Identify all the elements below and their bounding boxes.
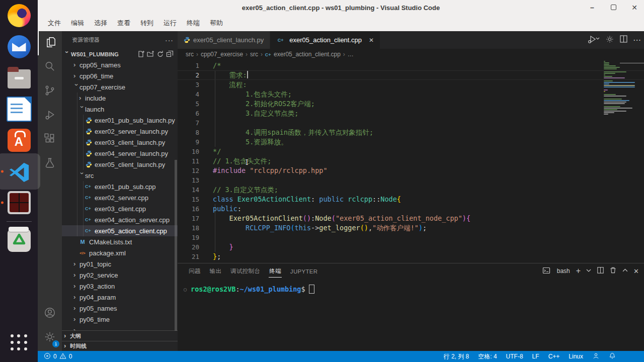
code-editor[interactable]: 1/*2 需求:3 流程:4 1.包含头文件;5 2.初始化ROS2客户端;6 … — [178, 60, 644, 263]
tree-item-exer05_client_launch.py[interactable]: exer05_client_launch.py — [62, 159, 178, 170]
dock-item-firefox[interactable] — [0, 0, 38, 31]
gear-icon[interactable] — [605, 35, 614, 46]
collapse-folders-icon[interactable] — [166, 50, 174, 59]
status-item-LF[interactable]: LF — [532, 353, 539, 360]
tree-item-package.xml[interactable]: </>package.xml — [62, 247, 178, 258]
tree-item-src[interactable]: ›src — [62, 170, 178, 181]
new-file-icon[interactable] — [137, 50, 145, 59]
tree-item-cpp05_names[interactable]: ›cpp05_names — [62, 59, 178, 70]
code-line-19[interactable]: 19 — [178, 233, 644, 242]
more-actions-icon[interactable]: ⋯ — [633, 35, 641, 45]
tree-item-py06_time[interactable]: ›py06_time — [62, 314, 178, 325]
tree-item-py03_action[interactable]: ›py03_action — [62, 281, 178, 292]
timeline-section[interactable]: › 时间线 — [62, 341, 178, 351]
code-line-6[interactable]: 6 3.自定义节点类; — [178, 109, 644, 118]
refresh-icon[interactable] — [156, 50, 164, 59]
tree-item-launch[interactable]: ›launch — [62, 104, 178, 115]
code-line-18[interactable]: 18 RCLCPP_INFO(this->get_logger(),"动作客户端… — [178, 223, 644, 233]
menu-item-编辑[interactable]: 编辑 — [66, 19, 89, 28]
panel-tab-输出[interactable]: 输出 — [209, 264, 222, 278]
code-line-2[interactable]: 2 需求: — [178, 70, 644, 80]
breadcrumb-item[interactable]: src — [250, 51, 258, 58]
breadcrumb-item[interactable]: cpp07_exercise — [201, 51, 243, 58]
tree-item[interactable]: › — [62, 325, 178, 330]
split-editor-icon[interactable] — [619, 35, 628, 45]
tree-item-include[interactable]: ›include — [62, 93, 178, 104]
tree-item-cpp06_time[interactable]: ›cpp06_time — [62, 70, 178, 81]
dock-item-thunderbird[interactable] — [0, 31, 38, 62]
status-item-C++[interactable]: C++ — [548, 353, 560, 360]
tree-item-py05_names[interactable]: ›py05_names — [62, 303, 178, 314]
tree-item-exer05_action_client.cpp[interactable]: C+exer05_action_client.cpp — [62, 225, 178, 236]
activity-explorer[interactable] — [38, 31, 63, 55]
tree-item-exer01_pub_sub.cpp[interactable]: C+exer01_pub_sub.cpp — [62, 181, 178, 192]
panel-tab-终端[interactable]: 终端 — [269, 264, 282, 278]
menu-item-终端[interactable]: 终端 — [182, 19, 205, 28]
menu-item-查看[interactable]: 查看 — [112, 19, 135, 28]
status-item-行 2, 列 8[interactable]: 行 2, 列 8 — [444, 352, 469, 361]
maximize-panel-icon[interactable] — [622, 267, 628, 275]
menu-item-文件[interactable]: 文件 — [43, 19, 66, 28]
tree-item-exer03_client.cpp[interactable]: C+exer03_client.cpp — [62, 203, 178, 214]
menu-item-帮助[interactable]: 帮助 — [205, 19, 228, 28]
panel-tab-调试控制台[interactable]: 调试控制台 — [230, 264, 261, 278]
maximize-button[interactable] — [608, 4, 619, 12]
activity-testing[interactable] — [38, 152, 62, 176]
activity-extensions[interactable] — [38, 128, 62, 152]
activity-run-debug[interactable] — [38, 104, 62, 128]
breadcrumb-item[interactable]: … — [348, 51, 354, 58]
code-line-17[interactable]: 17 Exer05ActionClient():Node("exer05_act… — [178, 214, 644, 223]
tree-item-cpp07_exercise[interactable]: ›cpp07_exercise — [62, 81, 178, 93]
tree-item-exer02_server.cpp[interactable]: C+exer02_server.cpp — [62, 192, 178, 203]
panel-tab-JUPYTER[interactable]: JUPYTER — [290, 265, 318, 277]
terminal[interactable]: ○ ros2@ros2VB:~/ws01_plumbing$ — [178, 279, 644, 294]
status-item-Linux[interactable]: Linux — [569, 353, 583, 360]
code-line-8[interactable]: 8 4.调用spain函数，并传入节点对象指针; — [178, 128, 644, 137]
editor-tab-exer05_action_client.cpp[interactable]: C+exer05_action_client.cpp✕ — [270, 31, 380, 49]
feedback-icon[interactable] — [592, 352, 600, 361]
account-button[interactable] — [38, 302, 62, 326]
tree-item-exer04_server_launch.py[interactable]: exer04_server_launch.py — [62, 148, 178, 159]
new-folder-icon[interactable] — [147, 50, 154, 59]
dock-item-terminal[interactable] — [0, 187, 38, 218]
minimap[interactable] — [604, 61, 637, 115]
dock-item-ubuntu-software[interactable] — [0, 125, 38, 156]
tree-item-exer01_pub_sub_launch.py[interactable]: exer01_pub_sub_launch.py — [62, 115, 178, 126]
code-line-21[interactable]: 21}; — [178, 252, 644, 261]
status-item-空格: 4[interactable]: 空格: 4 — [478, 352, 497, 361]
tree-item-py01_topic[interactable]: ›py01_topic — [62, 258, 178, 269]
code-line-12[interactable]: 12#include "rclcpp/rclcpp.hpp" — [178, 166, 644, 175]
activity-source-control[interactable] — [38, 79, 62, 104]
activity-search[interactable] — [38, 55, 62, 79]
settings-button[interactable]: 1 — [38, 326, 62, 350]
dock-item-trash[interactable] — [0, 225, 38, 256]
new-terminal-icon[interactable]: + — [576, 266, 581, 276]
dock-item-files[interactable] — [0, 62, 38, 94]
tree-item-py04_param[interactable]: ›py04_param — [62, 292, 178, 303]
run-cpp-file-icon[interactable] — [587, 34, 600, 46]
workspace-section-header[interactable]: › WS01_PLUMBING — [62, 49, 178, 60]
code-line-7[interactable]: 7 — [178, 118, 644, 128]
breadcrumb-item[interactable]: C+exer05_action_client.cpp — [265, 51, 341, 58]
status-item-UTF-8[interactable]: UTF-8 — [506, 353, 523, 360]
outline-section[interactable]: › 大纲 — [62, 330, 178, 341]
tree-item-py02_service[interactable]: ›py02_service — [62, 269, 178, 281]
chevron-down-icon[interactable] — [586, 267, 592, 275]
close-panel-icon[interactable]: ✕ — [633, 267, 639, 275]
code-line-20[interactable]: 20 } — [178, 242, 644, 252]
close-icon[interactable]: ✕ — [369, 37, 374, 44]
tree-item-CMakeLists.txt[interactable]: MCMakeLists.txt — [62, 236, 178, 247]
menu-item-选择[interactable]: 选择 — [89, 19, 112, 28]
code-line-5[interactable]: 5 2.初始化ROS2客户端; — [178, 99, 644, 109]
bell-icon[interactable] — [609, 352, 616, 361]
minimize-button[interactable]: – — [587, 4, 598, 12]
code-line-14[interactable]: 14// 3.自定义节点类; — [178, 185, 644, 195]
dock-item-vscode[interactable] — [0, 156, 38, 187]
menu-item-转到[interactable]: 转到 — [135, 19, 158, 28]
code-line-1[interactable]: 1/* — [178, 61, 644, 70]
tree-item-exer02_server_launch.py[interactable]: exer02_server_launch.py — [62, 126, 178, 137]
code-line-13[interactable]: 13 — [178, 175, 644, 185]
close-button[interactable]: ✕ — [629, 4, 640, 12]
breadcrumb-item[interactable]: src — [186, 51, 194, 58]
dock-item-show-applications[interactable] — [0, 327, 38, 358]
